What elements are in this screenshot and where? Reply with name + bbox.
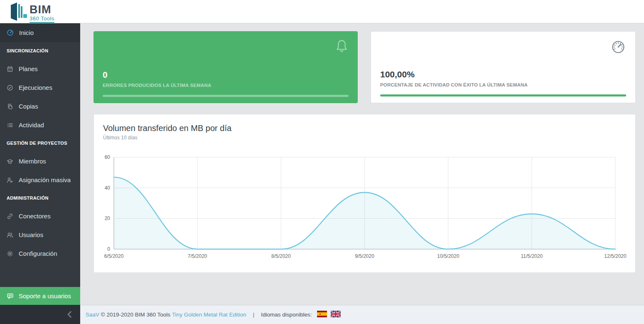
gauge-icon [7,29,14,36]
main-content: 0 ERRORES PRODUCIDOS LA ÚLTIMA SEMANA [80,23,644,305]
svg-text:11/5/2020: 11/5/2020 [521,253,543,259]
sidebar-section-sincronizacion: SINCRONIZACIÓN [0,42,80,59]
svg-text:12/5/2020: 12/5/2020 [604,253,627,259]
graduation-cap-icon [7,158,13,165]
copy-icon [7,103,13,110]
success-value: 100,00% [380,69,626,79]
languages-label: Idiomas disponibles: [261,312,312,318]
svg-text:10/5/2020: 10/5/2020 [437,253,460,259]
svg-text:7/5/2020: 7/5/2020 [188,253,207,259]
check-circle-icon [7,84,13,91]
svg-text:0: 0 [107,246,110,252]
svg-text:40: 40 [105,185,111,191]
sidebar-item-soporte[interactable]: Soporte a usuarios [0,287,80,305]
sidebar-item-inicio[interactable]: Inicio [0,23,80,42]
svg-text:9/5/2020: 9/5/2020 [355,253,374,259]
sidebar-item-label: Actividad [19,121,44,129]
errors-value: 0 [103,70,349,80]
errors-card: 0 ERRORES PRODUCIDOS LA ÚLTIMA SEMANA [93,31,358,103]
copyright-text: © 2019-2020 BIM 360 Tools [101,312,170,318]
sidebar-item-ejecuciones[interactable]: Ejecuciones [0,78,80,97]
sidebar-item-configuracion[interactable]: Configuración [0,244,80,263]
sidebar-item-usuarios[interactable]: Usuarios [0,225,80,244]
stat-cards-row: 0 ERRORES PRODUCIDOS LA ÚLTIMA SEMANA [93,31,636,103]
errors-label: ERRORES PRODUCIDOS LA ÚLTIMA SEMANA [103,83,349,88]
edition-link[interactable]: Tiny Golden Metal Rat Edition [172,312,246,318]
success-card: 100,00% PORCENTAJE DE ACTIVIDAD CON ÉXIT… [371,31,636,103]
chart-subtitle: Últimos 10 días [103,135,626,141]
sidebar-item-label: Conectores [19,213,51,220]
saav-link[interactable]: SaaV [86,312,99,318]
sidebar-item-miembros[interactable]: Miembros [0,152,80,171]
errors-progress-bar [103,95,349,97]
sidebar-item-conectores[interactable]: Conectores [0,207,80,225]
volume-chart-card: Volumen transferido en MB por día Último… [93,114,636,273]
svg-text:60: 60 [105,154,111,160]
gear-icon [7,250,13,257]
top-bar: BIM 360 Tools [0,0,644,23]
volume-area-chart[interactable]: 02040606/5/20207/5/20208/5/20209/5/20201… [103,152,626,262]
logo-subtitle: 360 Tools [29,16,54,23]
speedometer-icon [611,40,626,56]
sidebar: Inicio SINCRONIZACIÓN Planes Ejecuciones [0,23,80,324]
success-progress-bar [380,94,626,96]
bim-logo-icon [10,2,27,21]
logo-title: BIM [29,4,54,15]
svg-text:8/5/2020: 8/5/2020 [271,253,291,259]
list-icon [7,122,13,129]
sidebar-item-actividad[interactable]: Actividad [0,116,80,134]
sidebar-item-label: Configuración [19,250,57,257]
footer: SaaV © 2019-2020 BIM 360 Tools Tiny Gold… [80,305,644,324]
flag-uk-icon[interactable] [331,311,341,319]
sidebar-item-label: Planes [19,65,38,72]
sidebar-item-label: Asignación masiva [19,176,71,183]
sidebar-section-administracion: ADMINISTRACIÓN [0,189,80,207]
sidebar-item-label: Inicio [19,29,34,36]
chevron-left-icon [67,311,72,318]
sidebar-collapse-button[interactable] [0,305,80,324]
sidebar-item-label: Copias [19,103,38,110]
sidebar-item-label: Ejecuciones [19,84,52,91]
sidebar-item-label: Miembros [19,158,46,165]
app-logo[interactable]: BIM 360 Tools [10,2,54,23]
sidebar-item-label: Soporte a usuarios [19,292,71,299]
chat-icon [7,292,14,299]
sidebar-item-asignacion-masiva[interactable]: Asignación masiva [0,171,80,189]
flag-spain-icon[interactable] [317,311,327,319]
sidebar-item-planes[interactable]: Planes [0,59,80,78]
sidebar-section-gestion: GESTIÓN DE PROYECTOS [0,134,80,152]
sidebar-item-copias[interactable]: Copias [0,97,80,116]
svg-text:20: 20 [105,215,111,221]
chart-title: Volumen transferido en MB por día [103,124,626,133]
users-icon [7,232,13,238]
sidebar-item-label: Usuarios [19,231,43,238]
link-icon [7,213,13,220]
success-label: PORCENTAJE DE ACTIVIDAD CON ÉXITO LA ÚLT… [380,82,626,87]
calendar-icon [7,66,13,72]
user-plus-icon [7,177,13,183]
svg-text:6/5/2020: 6/5/2020 [104,253,124,259]
bell-icon [335,39,348,55]
footer-separator: | [253,312,255,318]
